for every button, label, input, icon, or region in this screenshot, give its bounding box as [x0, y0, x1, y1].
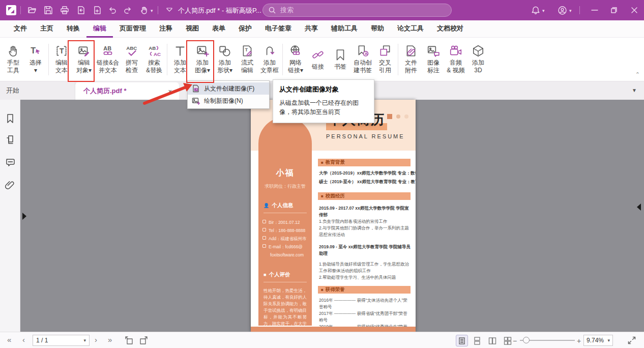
zoom-slider-handle[interactable] [523, 337, 530, 343]
ribbon-button-auto-bookmark[interactable]: A 自动创 建书签 [352, 43, 374, 75]
view-facing-icon[interactable] [486, 335, 499, 346]
zoom-in-button[interactable]: + [577, 337, 581, 345]
contact-line: Add：福建省福州市 [262, 235, 308, 243]
close-button[interactable] [629, 5, 640, 16]
undo-icon[interactable] [107, 5, 118, 16]
comments-panel-icon[interactable] [5, 157, 16, 168]
ribbon-button-label: 添加 形状▾ [217, 59, 232, 74]
campus-detail: 2.与学院其他部门协调合作，举办一系列的主题思想宣传活动 [319, 225, 411, 238]
previous-page-button[interactable]: ‹ [22, 335, 25, 344]
next-page-button[interactable]: › [95, 335, 97, 344]
tab-start[interactable]: 开始 [0, 81, 75, 100]
add-page-icon[interactable] [92, 5, 103, 16]
menu-tab-paper-tools[interactable]: 论文工具 [391, 20, 430, 38]
tooltip-create-image-object: 从文件创建图像对象 从磁盘加载一个已经存在的图像，将其添加至当前页 [273, 79, 374, 123]
save-icon[interactable] [43, 5, 54, 16]
campus-detail: 2.帮助处理学生学习、生活中的具体问题 [319, 274, 411, 281]
quick-access-chevron-icon[interactable] [164, 5, 175, 16]
view-facing-continuous-icon[interactable] [502, 335, 514, 346]
hand-mode-caret-icon[interactable]: ▾ [151, 8, 153, 13]
menu-tab-esign[interactable]: 电子签章 [258, 20, 298, 38]
ribbon-button-image-annotation[interactable]: 图像 标注 [422, 43, 445, 75]
tooltip-title: 从文件创建图像对象 [279, 85, 368, 94]
notification-caret-icon[interactable]: ▾ [542, 8, 545, 13]
ribbon-button-label: 选择 ▾ [30, 59, 42, 74]
menu-tab-view[interactable]: 视图 [179, 20, 206, 38]
divider [20, 6, 21, 14]
print-icon[interactable] [59, 5, 70, 16]
bookmarks-panel-icon[interactable] [5, 113, 16, 124]
menu-tab-share[interactable]: 共享 [298, 20, 325, 38]
maximize-button[interactable] [608, 5, 620, 16]
ribbon-button-cross-reference[interactable]: 交叉 引用 [374, 43, 396, 75]
menu-item-create-image-from-file[interactable]: 从文件创建图像(F) [188, 82, 269, 95]
menu-tab-protect[interactable]: 保护 [232, 20, 258, 38]
redo-icon[interactable] [122, 5, 133, 16]
hand-mode-icon[interactable] [138, 5, 150, 16]
pdf-page-resume[interactable]: 个人简历 PERSONAL RESUME 小福 求职岗位：行政主管 👤个人信息 … [251, 100, 416, 332]
first-page-button[interactable]: « [7, 335, 11, 344]
open-file-icon[interactable] [26, 5, 38, 16]
ribbon-button-label: 搜索 &替换 [146, 59, 162, 74]
content-area: 个人简历 PERSONAL RESUME 小福 求职岗位：行政主管 👤个人信息 … [0, 100, 644, 332]
menu-tab-comment[interactable]: 注释 [153, 20, 179, 38]
svg-text:T: T [60, 47, 64, 55]
notification-bell-icon[interactable] [530, 5, 541, 16]
menu-tab-file[interactable]: 文件 [7, 20, 34, 38]
search-input[interactable]: 搜索 [262, 4, 452, 17]
ribbon-button-select[interactable]: T 选择 ▾ [24, 43, 47, 75]
ribbon-button-flow-edit[interactable]: T 流式 编辑 [236, 43, 258, 75]
ribbon-button-add-3d[interactable]: 添加 3D [467, 43, 489, 75]
ribbon-collapse-chevron-icon[interactable]: ⌃ [635, 71, 640, 78]
menu-tab-edit[interactable]: 编辑 [86, 20, 113, 38]
menu-item-draw-new-image[interactable]: 绘制新图像(N) [188, 95, 269, 107]
ribbon-button-spell-check[interactable]: ABC 拼写 检查 [121, 43, 143, 75]
attachments-panel-icon[interactable] [5, 180, 16, 191]
menu-tab-proofread[interactable]: 文档校对 [430, 20, 470, 38]
ribbon-button-add-article-box[interactable]: 添加 文章框 [258, 43, 281, 75]
page-number-selector[interactable]: 1 / 1 ▾ [33, 335, 90, 346]
file-attachment-icon [404, 44, 418, 57]
menu-tab-accessibility[interactable]: 辅助工具 [325, 20, 364, 38]
ribbon-button-link-merge-text[interactable]: AB 链接&合 并文本 [95, 43, 121, 75]
ribbon-button-link[interactable]: 链接 [307, 47, 329, 72]
pages-panel-icon[interactable] [5, 134, 16, 146]
last-page-button[interactable]: » [108, 335, 112, 344]
ribbon-button-label: 添加 3D [472, 59, 484, 74]
menu-tab-help[interactable]: 帮助 [364, 20, 391, 38]
ribbon-button-add-shape[interactable]: 添加 形状▾ [214, 43, 236, 75]
minimize-button[interactable] [589, 5, 600, 16]
document-canvas[interactable]: 个人简历 PERSONAL RESUME 小福 求职岗位：行政主管 👤个人信息 … [20, 100, 644, 332]
menu-tab-convert[interactable]: 转换 [60, 20, 86, 38]
ribbon-button-file-attachment[interactable]: 文件 附件 [400, 43, 422, 75]
ribbon-button-search-replace[interactable]: ABAC 搜索 &替换 [143, 43, 165, 75]
ribbon-button-hand-tool[interactable]: 手型 工具 [2, 43, 24, 75]
zoom-level-selector[interactable]: 9.74% ▾ [583, 335, 613, 346]
section-glyph-icon: ■ [321, 160, 324, 165]
spell-check-icon: ABC [125, 44, 138, 57]
export-page-icon[interactable] [75, 5, 86, 16]
menu-tab-form[interactable]: 表单 [206, 20, 232, 38]
ribbon-button-label: 流式 编辑 [241, 59, 253, 74]
annotation-redbox-add-image [186, 40, 214, 83]
right-panel-expand-handle[interactable] [637, 204, 641, 211]
tab-list-caret-icon[interactable]: ▼ [632, 88, 637, 93]
ribbon-button-web-link[interactable]: 网络 链接▾ [284, 43, 307, 75]
ribbon-button-audio-video[interactable]: 音频 & 视频 [445, 43, 467, 75]
ribbon-button-bookmark[interactable]: 书签 [329, 47, 352, 72]
account-caret-icon[interactable]: ▾ [569, 8, 572, 13]
view-single-page-icon[interactable] [456, 335, 468, 346]
rotate-right-icon[interactable] [138, 335, 149, 345]
menu-tab-page-management[interactable]: 页面管理 [113, 20, 153, 38]
fullscreen-fit-icon[interactable] [627, 335, 637, 345]
account-icon[interactable] [557, 5, 568, 16]
ribbon-button-label: 拼写 检查 [126, 59, 138, 74]
divider [264, 213, 307, 213]
zoom-out-button[interactable]: − [513, 337, 517, 345]
page-number-value: 1 / 1 [36, 337, 83, 344]
view-continuous-icon[interactable] [471, 335, 483, 346]
left-panel-expand-handle[interactable] [22, 213, 26, 220]
menu-tab-home[interactable]: 主页 [34, 20, 60, 38]
rotate-left-icon[interactable] [124, 335, 134, 345]
resume-contact-list: Bir：2001.07.12 Tel：186-888-8888 Add：福建省福… [262, 218, 308, 259]
